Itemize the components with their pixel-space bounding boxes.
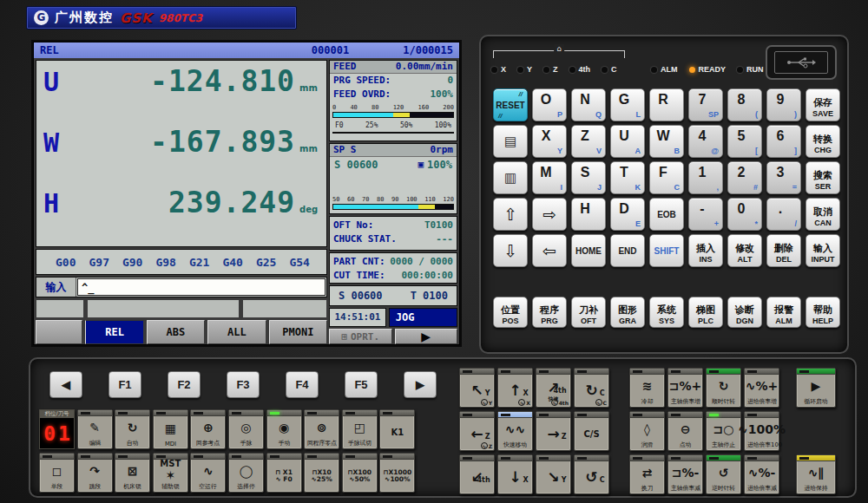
softkey-all[interactable]: ALL bbox=[207, 320, 266, 344]
jog-4th-plus-button[interactable]: ↗4th快速∿4th bbox=[536, 368, 571, 408]
key-3[interactable]: 3= bbox=[766, 161, 801, 194]
key-n[interactable]: NQ bbox=[571, 88, 606, 121]
reset-key[interactable]: //RESET// bbox=[493, 88, 528, 121]
search-key[interactable]: 搜索SER bbox=[806, 161, 840, 194]
key-2[interactable]: 2# bbox=[727, 161, 762, 194]
key-1[interactable]: 1, bbox=[688, 161, 723, 194]
end-key[interactable]: END bbox=[610, 234, 645, 267]
menu-key-dgn[interactable]: 诊断DGN bbox=[727, 297, 762, 328]
key-dot[interactable]: ./ bbox=[766, 198, 801, 231]
handwheel-mode-button[interactable]: ◎手脉 bbox=[228, 409, 264, 449]
page-icon-key[interactable]: ▤ bbox=[493, 125, 528, 158]
f2-button[interactable]: F2 bbox=[168, 371, 201, 398]
key-o[interactable]: OP bbox=[532, 88, 567, 121]
auto-mode-button[interactable]: ↻自动 bbox=[115, 409, 150, 449]
key-r[interactable]: R bbox=[649, 88, 684, 121]
rapid-x10-feed-25-button[interactable]: ⊓X10∿25% bbox=[304, 453, 339, 493]
jog-tap-button[interactable]: ⊖点动 bbox=[667, 411, 703, 451]
menu-key-prg[interactable]: 程序PRG bbox=[532, 297, 567, 328]
f5-button[interactable]: F5 bbox=[345, 371, 378, 398]
home-key[interactable]: HOME bbox=[571, 234, 606, 267]
dry-run-button[interactable]: ∿空运行 bbox=[190, 453, 226, 493]
key-s[interactable]: SJ bbox=[571, 161, 606, 194]
input-key[interactable]: 输入INPUT bbox=[806, 234, 840, 267]
jog-z-plus-button[interactable]: →Z bbox=[536, 411, 571, 451]
jog-c-ccw-button[interactable]: ↺C bbox=[574, 454, 609, 494]
program-zero-return-button[interactable]: ⊚回程序零点 bbox=[304, 409, 339, 449]
menu-key-alm[interactable]: 报警ALM bbox=[766, 297, 801, 328]
key-x[interactable]: XY bbox=[532, 125, 567, 158]
jog-c-cw-button[interactable]: ↻C∿C bbox=[574, 368, 609, 408]
rapid-x1-feed-f0-button[interactable]: ⊓ X1∿ F0 bbox=[266, 453, 302, 493]
softkey-abs[interactable]: ABS bbox=[147, 320, 205, 344]
key-minus[interactable]: -+ bbox=[688, 198, 723, 231]
edit-mode-button[interactable]: ✎编辑 bbox=[77, 409, 113, 449]
insert-key[interactable]: 插入INS bbox=[688, 234, 723, 267]
key-6[interactable]: 6] bbox=[766, 125, 801, 158]
key-f[interactable]: FC bbox=[649, 161, 684, 194]
spindle-cw-button[interactable]: ↻顺时针转 bbox=[706, 368, 741, 408]
key-m[interactable]: MI bbox=[532, 161, 567, 194]
menu-key-pos[interactable]: 位置POS bbox=[493, 297, 528, 328]
jog-x-plus-button[interactable]: ↑X∿X bbox=[497, 368, 533, 408]
key-h[interactable]: H bbox=[571, 198, 606, 231]
block-skip-button[interactable]: ↷跳段 bbox=[77, 453, 113, 493]
jog-4th-minus-button[interactable]: ↙4th bbox=[459, 454, 495, 494]
menu-key-gra[interactable]: 图形GRA bbox=[610, 297, 645, 328]
single-block-button[interactable]: ◻单段 bbox=[39, 453, 75, 493]
softkey-pmoni[interactable]: PMONI bbox=[269, 320, 327, 344]
menu-key-oft[interactable]: 刀补OFT bbox=[571, 297, 606, 328]
key-9[interactable]: 9) bbox=[766, 88, 801, 121]
spindle-stop-button[interactable]: ⊐○主轴停止 bbox=[706, 411, 741, 451]
spindle-override-down-button[interactable]: ⊐%-主轴倍率减 bbox=[667, 454, 703, 494]
feed-hold-button[interactable]: ∿∥进给保持 bbox=[796, 454, 836, 494]
spindle-ccw-button[interactable]: ↺逆时针转 bbox=[706, 454, 741, 494]
key-8[interactable]: 8( bbox=[727, 88, 762, 121]
lubrication-button[interactable]: ◊润滑 bbox=[629, 411, 665, 451]
alter-key[interactable]: 修改ALT bbox=[727, 234, 762, 267]
key-z[interactable]: ZV bbox=[571, 125, 606, 158]
rapid-x1000-feed-100-button[interactable]: ⊓X1000∿100% bbox=[379, 453, 415, 493]
mdi-mode-button[interactable]: ▦MDI bbox=[153, 409, 188, 449]
program-icon-key[interactable]: ▥ bbox=[493, 161, 528, 194]
jog-y-plus-button[interactable]: ↖Y∿Y bbox=[459, 368, 495, 408]
rapid-x100-feed-50-button[interactable]: ⊓X100∿50% bbox=[342, 453, 378, 493]
page-right-button[interactable]: ▶ bbox=[404, 371, 437, 398]
menu-key-plc[interactable]: 梯图PLC bbox=[688, 297, 723, 328]
key-d[interactable]: DE bbox=[610, 198, 645, 231]
reference-return-button[interactable]: ⊕回参考点 bbox=[190, 409, 226, 449]
cursor-left-key[interactable]: ⇦ bbox=[532, 234, 567, 267]
key-w[interactable]: WB bbox=[649, 125, 684, 158]
handwheel-trial-cut-button[interactable]: ◰手脉试切 bbox=[342, 409, 378, 449]
c-s-switch-button[interactable]: C/S bbox=[574, 411, 609, 451]
jog-z-minus-button[interactable]: ←Z∿Z bbox=[459, 411, 495, 451]
tool-change-button[interactable]: ⇄换刀 bbox=[629, 454, 665, 494]
key-0[interactable]: 0* bbox=[727, 198, 762, 231]
key-g[interactable]: GL bbox=[610, 88, 645, 121]
jog-x-minus-button[interactable]: ↓X bbox=[497, 454, 533, 494]
manual-mode-button[interactable]: ◉手动 bbox=[266, 409, 302, 449]
softkey-next-page[interactable]: ▶ bbox=[395, 329, 458, 344]
machine-lock-button[interactable]: ⊠机床锁 bbox=[115, 453, 150, 493]
softkey-rel[interactable]: REL bbox=[85, 320, 143, 344]
key-4[interactable]: 4@ bbox=[688, 125, 723, 158]
coolant-button[interactable]: ≋冷却 bbox=[629, 368, 665, 408]
key-5[interactable]: 5[ bbox=[727, 125, 762, 158]
cancel-key[interactable]: 取消CAN bbox=[806, 198, 840, 231]
key-u[interactable]: UA bbox=[610, 125, 645, 158]
k1-button[interactable]: K1 bbox=[379, 409, 415, 449]
cursor-right-key[interactable]: ⇨ bbox=[532, 198, 567, 231]
jog-y-minus-button[interactable]: ↘Y bbox=[536, 454, 571, 494]
menu-key-sys[interactable]: 系统SYS bbox=[649, 297, 684, 328]
f4-button[interactable]: F4 bbox=[286, 371, 319, 398]
cycle-start-button[interactable]: ▶循环启动 bbox=[796, 368, 836, 408]
change-key[interactable]: 转换CHG bbox=[806, 125, 840, 158]
shift-key[interactable]: SHIFT bbox=[649, 234, 684, 267]
delete-key[interactable]: 删除DEL bbox=[766, 234, 801, 267]
f1-button[interactable]: F1 bbox=[108, 371, 141, 398]
menu-key-help[interactable]: 帮助HELP bbox=[806, 297, 840, 328]
feed-override-down-button[interactable]: ∿%-进给倍率减 bbox=[744, 454, 779, 494]
cursor-down-key[interactable]: ⇩ bbox=[493, 234, 528, 267]
cursor-up-key[interactable]: ⇧ bbox=[493, 198, 528, 231]
oprt-softkey[interactable]: ⊞ OPRT. bbox=[329, 329, 392, 344]
